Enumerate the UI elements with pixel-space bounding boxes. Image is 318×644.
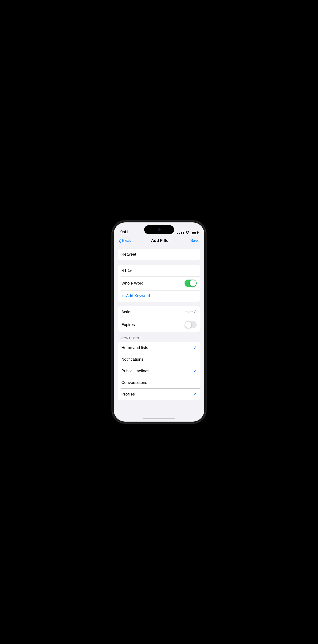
checkmark-2: ✓ [193, 368, 197, 374]
nav-bar: Back Add Filter Save [114, 236, 204, 246]
checkmark-0: ✓ [193, 345, 197, 350]
status-time: 9:41 [120, 230, 128, 234]
add-keyword-button[interactable]: + Add Keyword [117, 290, 201, 302]
rt-keyword-label: RT @ [121, 268, 132, 273]
context-profiles[interactable]: Profiles ✓ [117, 388, 201, 400]
context-label-4: Profiles [121, 392, 135, 397]
contexts-card: Home and lists ✓ Notifications Public ti… [117, 342, 201, 400]
action-card: Action Hide Expires [117, 306, 201, 332]
add-keyword-label: Add Keyword [126, 294, 150, 298]
home-indicator [143, 418, 175, 419]
context-notifications[interactable]: Notifications [117, 354, 201, 365]
keyword-value: Retweet [121, 252, 136, 257]
save-button[interactable]: Save [190, 238, 200, 243]
scroll-content: Retweet RT @ Whole Word + Add Keyword [114, 246, 204, 419]
dynamic-island-dot [158, 228, 161, 231]
whole-word-row: Whole Word [117, 276, 201, 290]
keyword-row: Retweet [117, 249, 201, 260]
back-label: Back [122, 238, 131, 243]
back-button[interactable]: Back [118, 238, 131, 243]
contexts-header: CONTEXTS [117, 336, 201, 342]
signal-icon [177, 232, 184, 234]
battery-icon [191, 231, 198, 234]
expires-row: Expires [117, 318, 201, 332]
context-label-3: Conversations [121, 380, 147, 385]
context-label-2: Public timelines [121, 369, 149, 374]
context-label-1: Notifications [121, 357, 143, 362]
screen: 9:41 [114, 222, 204, 422]
action-value: Hide [185, 310, 193, 314]
action-value-container: Hide [185, 310, 197, 314]
dynamic-island [144, 225, 174, 234]
status-icons [177, 231, 198, 234]
checkmark-4: ✓ [193, 392, 197, 397]
filter-card: RT @ Whole Word + Add Keyword [117, 265, 201, 302]
plus-icon: + [121, 294, 124, 298]
whole-word-toggle[interactable] [185, 280, 197, 287]
context-label-0: Home and lists [121, 346, 148, 350]
page-title: Add Filter [151, 238, 170, 243]
expires-label: Expires [121, 322, 135, 327]
keyword-card: Retweet [117, 249, 201, 260]
whole-word-label: Whole Word [121, 281, 143, 286]
wifi-icon [186, 231, 189, 234]
rt-keyword-row: RT @ [117, 265, 201, 276]
action-row[interactable]: Action Hide [117, 306, 201, 318]
phone-frame: 9:41 [112, 221, 206, 423]
chevron-left-icon [118, 239, 121, 243]
context-home-and-lists[interactable]: Home and lists ✓ [117, 342, 201, 354]
expires-toggle[interactable] [185, 321, 197, 328]
context-public-timelines[interactable]: Public timelines ✓ [117, 365, 201, 377]
context-conversations[interactable]: Conversations [117, 377, 201, 388]
action-label: Action [121, 310, 132, 314]
stepper-icon [194, 310, 197, 314]
